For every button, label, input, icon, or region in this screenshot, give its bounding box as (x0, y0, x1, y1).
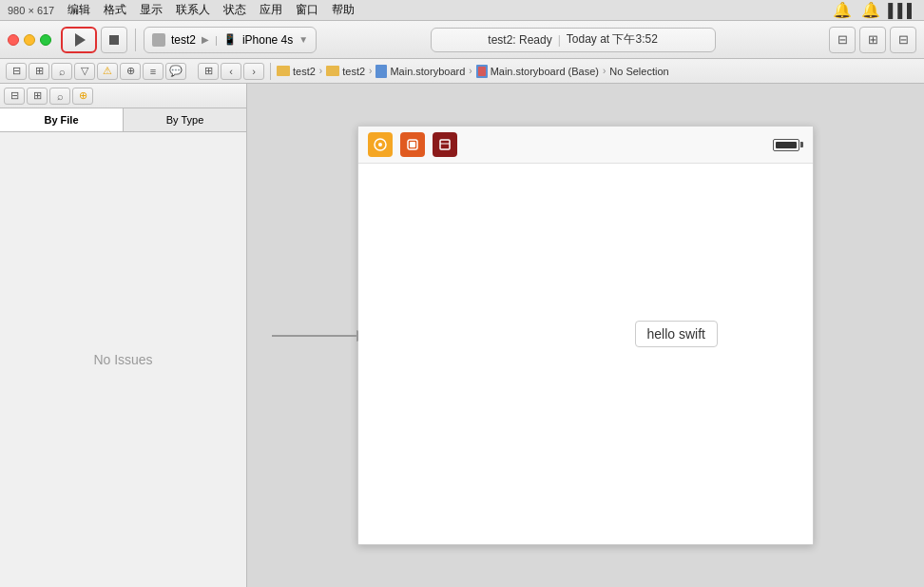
menu-edit[interactable]: 编辑 (67, 2, 90, 18)
sidebar-grid-btn[interactable]: ⊞ (27, 88, 48, 105)
nav-separator (270, 63, 271, 80)
view-controller-frame[interactable]: hello swift (357, 126, 814, 545)
battery-body (773, 139, 799, 151)
nav-forward[interactable]: › (243, 63, 264, 80)
chevron-down-icon: ▼ (298, 34, 308, 45)
nav-back[interactable]: ‹ (221, 63, 241, 80)
red-icon-svg (438, 138, 452, 151)
chevron-right-icon: ▶ (202, 34, 209, 45)
sidebar-add-btn[interactable]: ⊕ (72, 88, 93, 105)
stop-button[interactable] (101, 27, 127, 53)
svg-rect-0 (377, 67, 385, 76)
sidebar-content: No Issues (0, 132, 246, 587)
forward-icon: › (252, 66, 256, 77)
sidebar-search-icon: ⌕ (57, 90, 64, 102)
sidebar-add-icon: ⊕ (79, 89, 87, 102)
toolbar-separator-1 (135, 29, 136, 51)
breadcrumb-sep-2: › (469, 66, 472, 76)
device-name: iPhone 4s (242, 33, 293, 47)
separator-pipe: | (215, 34, 218, 46)
menu-right: 🔔 🔔 ▌▌▌ (831, 1, 916, 19)
breadcrumb-item-1[interactable]: test2 (326, 66, 365, 77)
list-icon: ⊟ (837, 32, 848, 47)
breadcrumb-sep-0: › (319, 66, 322, 76)
orange-icon-svg (406, 138, 419, 151)
view-toggle-1[interactable]: ⊟ (829, 27, 856, 53)
filter-btn[interactable]: ▽ (74, 63, 95, 80)
scheme-selector[interactable]: test2 ▶ | 📱 iPhone 4s ▼ (144, 27, 317, 53)
view-toggle-3[interactable]: ⊟ (890, 27, 916, 53)
tab-by-type[interactable]: By Type (124, 108, 246, 131)
bubble-btn[interactable]: 💬 (165, 63, 186, 80)
sidebar-grid-icon: ⊞ (33, 89, 42, 102)
grid-icon: ⊞ (868, 32, 878, 47)
breadcrumb-label-1: test2 (342, 66, 365, 77)
storyboard-canvas: hello swift (357, 126, 814, 545)
breadcrumb-sep-3: › (603, 66, 606, 76)
svg-point-5 (378, 143, 382, 147)
maximize-button[interactable] (40, 34, 51, 46)
menu-format[interactable]: 格式 (104, 2, 126, 18)
breadcrumb-label-0: test2 (293, 66, 316, 77)
menu-display[interactable]: 显示 (140, 2, 163, 18)
vc-toolbar (358, 127, 813, 164)
vc-icon-group (368, 132, 457, 157)
device-icon: 📱 (223, 33, 237, 46)
inspector-icon: ⊟ (898, 32, 909, 47)
sidebar-search-btn[interactable]: ⌕ (49, 88, 70, 105)
battery-indicator (773, 139, 803, 151)
hello-swift-label: hello swift (635, 321, 718, 347)
vc-icon-3[interactable] (433, 132, 457, 157)
breadcrumb-item-0[interactable]: test2 (277, 66, 316, 77)
warning-icon: ⚠ (103, 65, 112, 77)
sidebar-toolbar: ⊟ ⊞ ⌕ ⊕ (0, 84, 246, 108)
breadcrumb-item-4[interactable]: No Selection (609, 66, 668, 77)
folder-icon-0 (277, 66, 290, 76)
close-button[interactable] (8, 34, 19, 46)
menu-apps[interactable]: 应用 (260, 2, 282, 18)
battery-status-icon: ▌▌▌ (888, 3, 916, 18)
vc-icon-1[interactable] (368, 132, 393, 157)
tag-btn[interactable]: ⊕ (120, 63, 141, 80)
breadcrumb-item-3[interactable]: Main.storyboard (Base) (476, 65, 599, 78)
menu-contacts[interactable]: 联系人 (176, 2, 210, 18)
svg-rect-8 (440, 140, 450, 149)
breadcrumb-label-4: No Selection (609, 66, 668, 77)
status-time: Today at 下午3:52 (567, 31, 658, 48)
tab-by-file[interactable]: By File (0, 108, 124, 131)
nav-bar: ⊟ ⊞ ⌕ ▽ ⚠ ⊕ ≡ 💬 ⊞ ‹ › (0, 59, 924, 84)
minimize-button[interactable] (24, 34, 35, 46)
breadcrumb-item-2[interactable]: Main.storyboard (375, 65, 465, 78)
grid-toggle[interactable]: ⊞ (29, 63, 49, 80)
grid-small-icon: ⊞ (35, 65, 44, 77)
menu-help[interactable]: 帮助 (332, 2, 355, 18)
file-icon-3 (476, 65, 488, 78)
menu-window[interactable]: 窗口 (296, 2, 318, 18)
menu-status[interactable]: 状态 (223, 2, 246, 18)
grid2-btn[interactable]: ⊞ (198, 63, 219, 80)
search-toggle[interactable]: ⌕ (51, 63, 72, 80)
view-toggle-2[interactable]: ⊞ (859, 27, 886, 53)
search-icon: ⌕ (59, 66, 66, 77)
file-icon-2 (375, 65, 387, 78)
sidebar-toggle[interactable]: ⊟ (6, 63, 27, 80)
sidebar: ⊟ ⊞ ⌕ ⊕ By File By Type No Issues (0, 84, 247, 587)
sidebar-icon: ⊟ (12, 65, 21, 77)
list-btn[interactable]: ≡ (143, 63, 164, 80)
breadcrumb-label-3: Main.storyboard (Base) (491, 66, 599, 77)
scheme-name: test2 (171, 33, 196, 47)
editor-area[interactable]: hello swift (247, 84, 924, 587)
tag-icon: ⊕ (126, 65, 135, 77)
window-dims: 980 × 617 (8, 5, 54, 16)
battery-fill (776, 142, 797, 148)
vc-icon-2[interactable] (400, 132, 425, 157)
play-button[interactable] (61, 27, 97, 53)
toolbar-right: ⊟ ⊞ ⊟ (829, 27, 916, 53)
sidebar-list-btn[interactable]: ⊟ (4, 88, 25, 105)
warning-btn[interactable]: ⚠ (97, 63, 118, 80)
battery-tip (800, 142, 803, 147)
alarm-icon[interactable]: 🔔 (861, 1, 880, 19)
sidebar-tabs: By File By Type (0, 108, 246, 132)
bell-icon[interactable]: 🔔 (833, 1, 852, 19)
scheme-icon (152, 33, 165, 47)
